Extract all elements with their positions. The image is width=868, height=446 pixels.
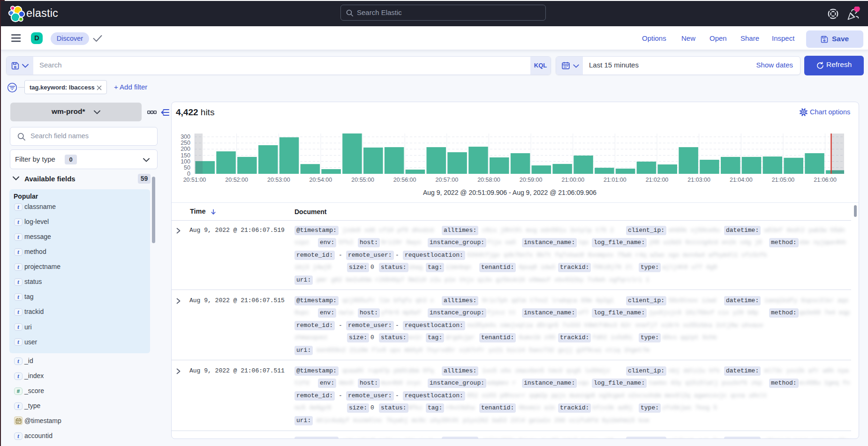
svg-text:21:00:00: 21:00:00 [561,177,584,183]
svg-text:300: 300 [181,134,190,140]
svg-text:20:52:00: 20:52:00 [225,177,248,183]
svg-text:21:05:00: 21:05:00 [772,177,795,183]
svg-text:20:53:00: 20:53:00 [267,177,290,183]
svg-text:20:57:00: 20:57:00 [435,177,458,183]
svg-text:20:54:00: 20:54:00 [309,177,332,183]
svg-text:21:06:00: 21:06:00 [814,177,837,183]
svg-text:21:02:00: 21:02:00 [646,177,669,183]
svg-text:20:51:00: 20:51:00 [183,177,206,183]
svg-text:150: 150 [181,152,190,159]
svg-text:21:04:00: 21:04:00 [730,177,753,183]
svg-text:20:58:00: 20:58:00 [477,177,500,183]
svg-text:20:56:00: 20:56:00 [393,177,416,183]
svg-text:100: 100 [181,158,190,165]
svg-text:250: 250 [181,140,190,146]
svg-text:0: 0 [187,171,190,177]
svg-text:21:01:00: 21:01:00 [604,177,626,183]
svg-text:21:03:00: 21:03:00 [687,177,710,183]
svg-text:20:55:00: 20:55:00 [351,177,374,183]
svg-text:50: 50 [184,164,190,171]
svg-text:20:59:00: 20:59:00 [520,177,543,183]
svg-text:200: 200 [181,146,190,152]
